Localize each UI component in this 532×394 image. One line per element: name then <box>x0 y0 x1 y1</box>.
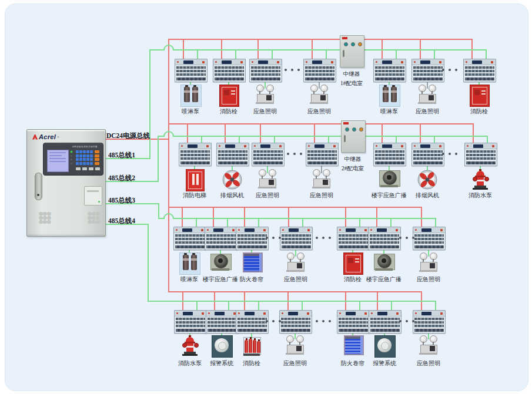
broadcast-speaker-icon <box>210 252 230 274</box>
device-label: 消防水泵 <box>454 191 507 200</box>
power-monitor-module <box>249 59 282 82</box>
emergency-light-icon <box>309 85 329 106</box>
acrel-logo-icon <box>32 134 38 140</box>
power-monitor-module <box>205 227 237 250</box>
power-monitor-module <box>337 310 370 334</box>
relay-cabinet-label: 中继器 <box>329 156 376 163</box>
bus-label-485-4: 485总线4 <box>108 217 135 225</box>
emergency-light-icon <box>419 252 439 274</box>
emergency-light-icon <box>285 335 305 356</box>
device-label: 应急照明 <box>293 107 346 116</box>
emergency-light-icon <box>286 252 306 274</box>
power-monitor-module <box>173 227 206 250</box>
hydrant-box-icon <box>219 85 238 106</box>
exhaust-fan-icon <box>222 169 243 190</box>
device-label: 应急照明 <box>269 275 322 284</box>
relay-cabinet <box>341 120 366 153</box>
relay-cabinet-label: 1#配电室 <box>328 80 375 87</box>
ellipsis-more-devices <box>287 153 302 155</box>
fire-pump-icon <box>472 169 488 190</box>
power-monitor-module <box>236 227 269 250</box>
exhaust-fan-icon <box>417 169 438 190</box>
device-label: 应急照明 <box>295 191 348 200</box>
power-monitor-module <box>175 59 208 82</box>
vent-grille-icon: ⬢⬢⬢⬢⬢⬢⬢⬢⬢ <box>37 212 52 224</box>
power-monitor-module <box>216 143 249 166</box>
ellipsis-more-devices <box>442 69 457 71</box>
power-monitor-module <box>369 310 401 334</box>
bus-label-dc24: DC24电源总线 <box>106 132 150 140</box>
power-monitor-module <box>463 59 496 82</box>
panel-bezel: 消防设备电源状态监控器 <box>43 143 103 176</box>
roller-shutter-icon <box>243 252 260 274</box>
bus-label-485-1: 485总线1 <box>108 151 135 160</box>
hydrant-box-icon <box>470 85 488 106</box>
power-monitor-module <box>413 227 446 250</box>
function-key-row <box>76 167 101 170</box>
emergency-light-icon <box>417 85 437 106</box>
power-monitor-module <box>337 227 370 250</box>
device-label: 应急照明 <box>269 359 322 368</box>
bus-label-485-2: 485总线2 <box>108 174 135 183</box>
ellipsis-more-devices <box>442 153 457 155</box>
emergency-light-icon <box>419 335 439 356</box>
ellipsis-more-devices <box>316 320 331 322</box>
device-label: 应急照明 <box>239 107 292 116</box>
cabinet-handle <box>35 173 42 200</box>
emergency-light-icon <box>312 169 332 190</box>
roller-shutter-icon <box>344 335 362 356</box>
pump-icon <box>180 85 200 106</box>
fire-power-monitoring-system-diagram: Acrel ® 消防设备电源状态监控器 ⬢⬢⬢⬢⬢⬢⬢⬢⬢ ⬢⬢⬢⬢⬢⬢⬢⬢⬢ … <box>0 0 532 394</box>
power-monitor-module <box>236 310 269 334</box>
power-monitor-module <box>279 310 312 334</box>
device-label: 应急照明 <box>402 359 455 368</box>
ellipsis-more-devices <box>399 237 414 239</box>
power-monitor-module <box>206 310 239 334</box>
blue-keypad <box>76 150 93 165</box>
power-monitor-module <box>179 143 212 166</box>
brand-name: Acrel <box>39 133 56 140</box>
vent-grille-icon: ⬢⬢⬢⬢⬢⬢⬢⬢⬢ <box>86 212 101 224</box>
power-monitor-module <box>411 59 444 82</box>
registered-mark: ® <box>57 136 59 139</box>
emergency-light-icon <box>255 85 275 106</box>
relay-cabinet-label: 2#配电室 <box>329 165 376 173</box>
panel-title: 消防设备电源状态监控器 <box>70 145 99 148</box>
ellipsis-more-devices <box>316 237 331 239</box>
power-monitor-module <box>174 310 207 334</box>
fire-pump-icon <box>182 335 198 356</box>
power-monitor-module <box>464 143 497 166</box>
broadcast-speaker-icon <box>374 252 394 274</box>
power-monitor-module <box>368 227 401 250</box>
pump-icon <box>179 252 199 274</box>
power-monitor-module <box>413 310 446 334</box>
orange-key-column <box>95 150 99 165</box>
device-label: 应急照明 <box>241 191 294 200</box>
ellipsis-more-devices <box>266 237 281 239</box>
broadcast-speaker-icon <box>379 169 399 190</box>
device-label: 应急照明 <box>402 275 455 284</box>
status-led-column <box>70 151 74 166</box>
monitor-panel: Acrel ® 消防设备电源状态监控器 ⬢⬢⬢⬢⬢⬢⬢⬢⬢ ⬢⬢⬢⬢⬢⬢⬢⬢⬢ <box>26 129 106 237</box>
power-monitor-module <box>252 143 285 166</box>
panel-printer <box>84 186 102 206</box>
device-label: 应急照明 <box>401 107 454 116</box>
hydrant-box-icon <box>343 252 362 274</box>
relay-cabinet-label: 中继器 <box>328 70 375 78</box>
emergency-light-icon <box>257 169 277 190</box>
power-monitor-module <box>373 143 406 166</box>
pump-icon <box>379 85 399 106</box>
power-monitor-module <box>373 59 406 82</box>
bus-label-485-3: 485总线3 <box>108 196 135 205</box>
device-label: 排烟风机 <box>401 191 454 200</box>
ellipsis-more-devices <box>266 320 281 322</box>
ellipsis-more-devices <box>399 320 414 322</box>
smoke-detector-icon <box>374 335 394 356</box>
acrel-logo: Acrel ® <box>32 133 59 141</box>
relay-cabinet <box>340 35 364 68</box>
power-monitor-module <box>280 227 313 250</box>
extinguisher-icon <box>242 335 261 356</box>
panel-lcd-screen <box>47 150 69 172</box>
ellipsis-more-devices <box>285 69 300 71</box>
device-label: 消防栓 <box>453 107 506 116</box>
